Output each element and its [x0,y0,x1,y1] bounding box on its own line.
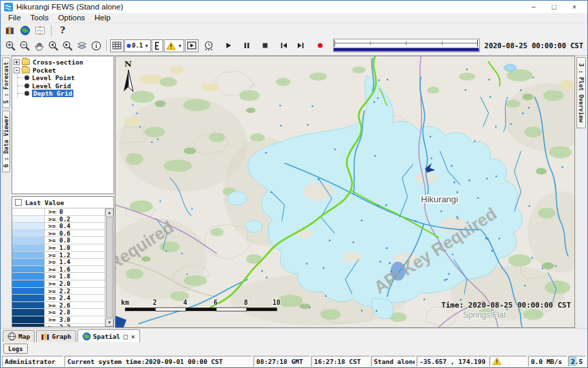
animation-button[interactable] [185,39,198,52]
place-label: Springs Flat [463,310,506,320]
record-button[interactable] [313,39,327,52]
maximize-tab-icon[interactable]: □ [124,333,128,340]
legend-row[interactable]: >= 1.6 [12,266,105,274]
legend-row[interactable]: >= 2.6 [12,302,105,310]
help-button[interactable]: ? [56,24,69,37]
menu-help[interactable]: Help [90,14,116,22]
tab-graph[interactable]: Graph [36,330,76,342]
legend-row[interactable]: >= 1.0 [12,244,105,252]
tree-item-pocket[interactable]: - Pocket [14,67,112,75]
map-canvas[interactable]: API Key Required API Key Required N Hiku… [116,56,574,327]
legend-row[interactable]: >= 0.6 [12,230,105,238]
scrollbar-thumb[interactable] [106,217,113,318]
zoom-next-button[interactable] [60,39,74,52]
thresholds-dropdown[interactable]: ▼ [164,39,184,52]
tab-plot-overview[interactable]: 3 : Plot Overview [576,57,586,128]
legend-row[interactable]: >= 1.4 [12,259,105,266]
timeline-slider[interactable] [333,39,479,52]
layers-icon [76,40,88,52]
grid-display-button[interactable] [110,39,124,52]
close-tab-icon[interactable]: ✕ [131,333,135,340]
step-back-button[interactable] [277,39,290,52]
play-button[interactable] [222,39,235,52]
tree-item-level-grid[interactable]: Level Grid [18,82,112,90]
toolbar-separator [106,40,107,51]
zoom-in-button[interactable] [3,39,17,52]
legend-row[interactable]: >= 2.8 [12,309,105,316]
scroll-up-icon[interactable]: ▲ [105,208,114,217]
spatial-display-button[interactable] [33,24,47,37]
stop-button[interactable] [258,39,272,52]
legend-row-label: >= 1.4 [45,259,105,265]
logs-row: Logs [1,342,587,355]
bottom-tab-bar: Map Graph Spatial □ ✕ [1,328,587,342]
svg-text:2: 2 [153,299,157,306]
legend-row[interactable]: >= 1.8 [12,273,105,280]
legend-color-swatch [12,295,45,301]
minimize-button[interactable]: − [523,1,544,13]
map-display-button[interactable] [18,24,32,37]
pause-icon [243,41,251,50]
tree-item-level-point[interactable]: Level Point [18,74,112,82]
tab-spatial[interactable]: Spatial □ ✕ [77,329,140,342]
legend-row[interactable]: >= 0.8 [12,237,105,244]
zoom-in-icon [5,40,16,52]
tree-item-depth-grid[interactable]: Depth Grid [18,90,112,98]
tab-data-viewer[interactable]: 6 : Data Viewer [2,111,10,172]
status-memory: 2.5 GB [568,356,586,367]
legend-row[interactable]: >= 2.0 [12,280,105,288]
tab-map[interactable]: Map [3,330,35,342]
left-tab-strip: 5 : Forecast 6 : Data Viewer [1,56,12,328]
chevron-down-icon: ▼ [177,43,182,48]
legend-row[interactable]: >= 1.2 [12,252,105,259]
menu-options[interactable]: Options [53,14,90,22]
legend-panel: Last Value >= 0>= 0.2>= 0.4>= 0.6>= 0.8>… [12,196,114,327]
menu-tools[interactable]: Tools [26,14,54,22]
toolbar-main: 0.1 ▼ ▼ [1,37,587,56]
legend-row[interactable]: >= 0.2 [12,216,105,223]
spatial-tab-icon [82,332,91,341]
interval-clock-button[interactable] [202,39,215,52]
zoom-out-button[interactable] [18,39,31,52]
spatial-chart-icon [35,25,46,36]
expand-icon[interactable]: + [14,59,20,65]
play-box-icon [187,41,196,50]
logs-button[interactable]: Logs [3,344,28,354]
close-button[interactable]: × [564,1,585,13]
legend-color-swatch [12,208,45,215]
tab-label: Map [18,333,30,340]
legend-toggle-button[interactable] [152,39,163,52]
tree-item-cross-section[interactable]: + Cross-section [14,58,112,67]
legend-row[interactable]: >= 3.2 [12,324,105,327]
info-button[interactable] [89,39,103,52]
menu-bar: File Tools Options Help [1,13,587,23]
layers-button[interactable] [75,39,88,52]
books-icon [5,25,16,36]
legend-row[interactable]: >= 2.2 [12,288,105,295]
pause-button[interactable] [240,39,254,52]
legend-row[interactable]: >= 3.0 [12,316,105,324]
last-value-checkbox[interactable] [15,199,22,206]
legend-row-label: >= 1.6 [45,266,105,273]
warning-triangle-icon [166,41,176,50]
collapse-icon[interactable]: - [14,67,20,73]
menu-file[interactable]: File [3,14,26,22]
legend-row[interactable]: >= 2.4 [12,295,105,302]
node-bullet-icon [24,91,29,96]
legend-scrollbar[interactable]: ▲ ▼ [105,208,114,327]
status-warnings[interactable] [489,356,527,367]
zoom-previous-button[interactable] [46,39,60,52]
step-forward-button[interactable] [294,39,307,52]
scroll-down-icon[interactable]: ▼ [105,318,114,327]
legend-row[interactable]: >= 0 [12,208,105,216]
chevron-down-icon: ▼ [144,43,149,48]
legend-row[interactable]: >= 0.4 [12,223,105,230]
data-viewer-button[interactable] [3,24,17,37]
contour-interval-dropdown[interactable]: 0.1 ▼ [124,39,151,52]
node-bullet-icon [24,84,29,88]
map-viewport[interactable]: API Key Required API Key Required N Hiku… [115,56,575,328]
pan-button[interactable] [32,39,46,52]
maximize-button[interactable]: □ [544,1,564,13]
legend-color-swatch [12,216,45,223]
tab-forecast[interactable]: 5 : Forecast [2,57,10,108]
